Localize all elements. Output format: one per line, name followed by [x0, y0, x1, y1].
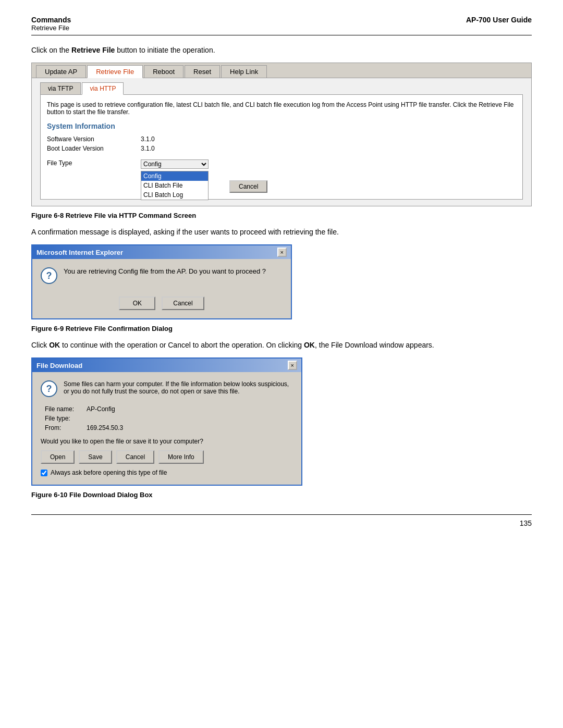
- intro-text: Click on the Retrieve File button to ini…: [31, 46, 532, 54]
- intro-before: Click on the: [31, 46, 71, 54]
- fd-file-type-row: File type:: [45, 415, 293, 422]
- ok-paragraph: Click OK to continue with the operation …: [31, 341, 532, 349]
- dropdown-option-cli-batch-file[interactable]: CLI Batch File: [141, 181, 208, 190]
- ok-before: Click: [31, 341, 49, 349]
- tab-retrieve-file[interactable]: Retrieve File: [87, 65, 143, 78]
- page-number: 135: [520, 519, 532, 527]
- fd-from-label: From:: [45, 424, 87, 431]
- dropdown-option-cli-batch-log[interactable]: CLI Batch Log: [141, 190, 208, 200]
- confirmation-text: A confirmation message is displayed, ask…: [31, 228, 532, 236]
- fd-file-name-value: AP-Config: [87, 405, 115, 413]
- fd-buttons: Open Save Cancel More Info: [41, 450, 293, 464]
- boot-loader-value: 3.1.0: [141, 145, 155, 152]
- ie-confirmation-dialog: Microsoft Internet Explorer × ? You are …: [31, 244, 292, 319]
- software-version-label: Software Version: [47, 135, 141, 143]
- sub-tab-via-tftp[interactable]: via TFTP: [40, 82, 81, 94]
- guide-title: AP-700 User Guide: [466, 16, 532, 24]
- sub-tab-via-http[interactable]: via HTTP: [82, 82, 124, 95]
- figure-9-caption: Figure 6-9 Retrieve File Confirmation Di…: [31, 325, 532, 332]
- software-version-value: 3.1.0: [141, 135, 155, 143]
- fd-checkbox[interactable]: [41, 470, 47, 476]
- tab-help-link[interactable]: Help Link: [221, 65, 267, 78]
- fd-file-info: File name: AP-Config File type: From: 16…: [41, 405, 293, 431]
- ie-cancel-button[interactable]: Cancel: [162, 297, 204, 310]
- tab-update-ap[interactable]: Update AP: [36, 65, 86, 78]
- dropdown-open-list[interactable]: Config CLI Batch File CLI Batch Log: [141, 171, 209, 200]
- fd-titlebar: File Download ×: [32, 359, 301, 372]
- fd-question-icon: ?: [41, 380, 57, 397]
- commands-title: Commands: [31, 16, 71, 24]
- page-header: Commands Retrieve File AP-700 User Guide: [31, 16, 532, 35]
- file-download-dialog: File Download × ? Some files can harm yo…: [31, 357, 302, 486]
- fd-file-name-label: File name:: [45, 405, 87, 413]
- ok-after: to continue with the operation or Cancel…: [60, 341, 304, 349]
- tab-reboot[interactable]: Reboot: [144, 65, 183, 78]
- fd-save-button[interactable]: Save: [79, 450, 112, 464]
- page-footer: 135: [31, 514, 532, 527]
- fd-checkbox-row: Always ask before opening this type of f…: [41, 469, 293, 476]
- ie-dialog-content: ? You are retrieving Config file from th…: [32, 259, 291, 292]
- file-type-row: File Type Config CLI Batch File CLI Batc…: [47, 159, 516, 193]
- ie-ok-button[interactable]: OK: [119, 297, 155, 310]
- info-text: This page is used to retrieve configurat…: [47, 101, 516, 116]
- ie-dialog-title: Microsoft Internet Explorer: [36, 249, 123, 256]
- figure-10-caption: Figure 6-10 File Download Dialog Box: [31, 491, 532, 499]
- fd-close-button[interactable]: ×: [288, 361, 297, 370]
- cancel-button[interactable]: Cancel: [229, 180, 267, 193]
- fd-cancel-button[interactable]: Cancel: [116, 450, 154, 464]
- ie-dialog-icon: ?: [41, 267, 57, 284]
- tab-reset[interactable]: Reset: [185, 65, 220, 78]
- fd-warning-text: Some files can harm your computer. If th…: [64, 380, 293, 395]
- fd-title: File Download: [36, 362, 82, 369]
- fd-from-value: 169.254.50.3: [87, 424, 123, 431]
- intro-bold: Retrieve File: [71, 46, 115, 54]
- fd-content: ? Some files can harm your computer. If …: [32, 372, 301, 485]
- file-type-label: File Type: [47, 159, 141, 167]
- intro-after: button to initiate the operation.: [115, 46, 215, 54]
- file-type-controls: Config CLI Batch File CLI Batch Log Conf…: [141, 159, 209, 169]
- retrieve-file-subtitle: Retrieve File: [31, 24, 71, 32]
- fd-top-section: ? Some files can harm your computer. If …: [41, 380, 293, 397]
- software-version-row: Software Version 3.1.0: [47, 135, 516, 143]
- question-icon: ?: [46, 270, 52, 281]
- ok-bold: OK: [49, 341, 60, 349]
- fd-question: Would you like to open the file or save …: [41, 438, 293, 445]
- ie-dialog-buttons: OK Cancel: [32, 292, 291, 318]
- dropdown-option-config[interactable]: Config: [141, 171, 208, 181]
- ok-end: , the File Download window appears.: [315, 341, 434, 349]
- file-type-select[interactable]: Config CLI Batch File CLI Batch Log: [141, 159, 209, 169]
- fd-icon-symbol: ?: [46, 384, 52, 394]
- fd-file-type-label: File type:: [45, 415, 87, 422]
- tab-bar: Update AP Retrieve File Reboot Reset Hel…: [32, 63, 531, 78]
- figure-8-caption: Figure 6-8 Retrieve File via HTTP Comman…: [31, 212, 532, 219]
- fd-from-row: From: 169.254.50.3: [45, 424, 293, 431]
- sub-tab-content: This page is used to retrieve configurat…: [40, 94, 523, 200]
- boot-loader-label: Boot Loader Version: [47, 145, 141, 152]
- fd-more-info-button[interactable]: More Info: [158, 450, 204, 464]
- ie-dialog-message: You are retrieving Config file from the …: [64, 267, 266, 275]
- fd-open-button[interactable]: Open: [41, 450, 75, 464]
- command-screen-box: Update AP Retrieve File Reboot Reset Hel…: [31, 63, 532, 206]
- fd-file-name-row: File name: AP-Config: [45, 405, 293, 413]
- ie-dialog-titlebar: Microsoft Internet Explorer ×: [32, 245, 291, 259]
- ok-bold2: OK: [304, 341, 315, 349]
- header-right: AP-700 User Guide: [466, 16, 532, 24]
- ie-dialog-close-button[interactable]: ×: [277, 248, 287, 257]
- system-info-title: System Information: [47, 122, 516, 130]
- boot-loader-row: Boot Loader Version 3.1.0: [47, 145, 516, 152]
- fd-checkbox-label: Always ask before opening this type of f…: [51, 469, 167, 476]
- header-left: Commands Retrieve File: [31, 16, 71, 32]
